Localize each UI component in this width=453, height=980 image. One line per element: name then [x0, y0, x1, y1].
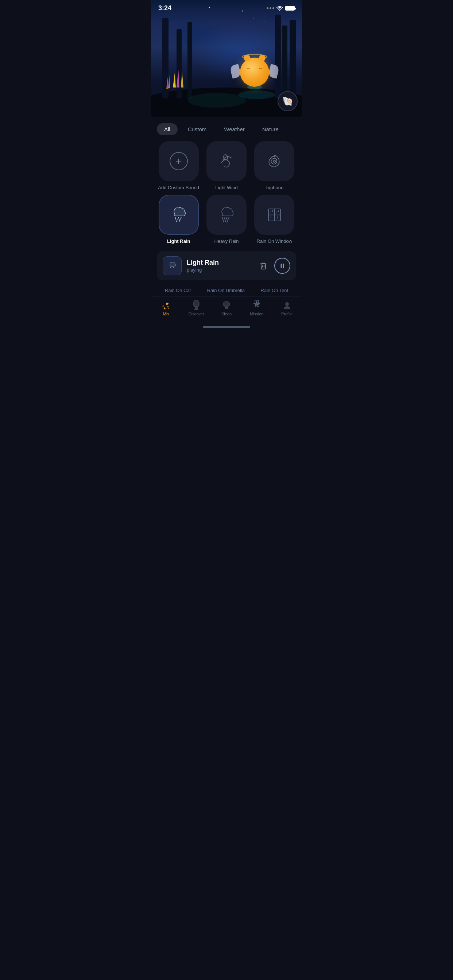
nav-item-mix[interactable]: ♪ ★ ★ ♫ Mix: [155, 300, 177, 316]
typhoon-icon: [254, 141, 294, 181]
svg-point-7: [187, 93, 246, 108]
discover-label: Discover: [188, 312, 204, 316]
wifi-icon: [276, 6, 283, 11]
tab-nature[interactable]: Nature: [255, 123, 286, 135]
add-custom-label: Add Custom Sound: [158, 185, 199, 190]
battery-icon: [285, 6, 295, 11]
bear-character: [240, 54, 269, 89]
sound-rain-on-window[interactable]: Rain On Window: [253, 195, 296, 244]
more-sounds-row: Rain On Car Rain On Umbrella Rain On Ten…: [157, 286, 296, 296]
svg-point-23: [274, 160, 276, 162]
svg-rect-56: [195, 307, 198, 309]
sound-typhoon[interactable]: Typhoon: [253, 141, 296, 190]
profile-nav-label: Profile: [281, 312, 292, 316]
svg-rect-5: [282, 25, 287, 99]
profile-button[interactable]: [278, 91, 298, 111]
pause-button[interactable]: [274, 258, 290, 274]
status-icons: [266, 6, 295, 11]
mission-icon: [252, 300, 262, 310]
svg-rect-4: [275, 14, 281, 99]
svg-line-26: [180, 217, 181, 219]
now-playing-status: playing: [187, 267, 252, 273]
svg-point-55: [194, 301, 199, 306]
svg-line-43: [271, 216, 271, 218]
svg-line-41: [277, 211, 277, 213]
status-time: 3:24: [158, 5, 171, 12]
svg-rect-3: [187, 22, 192, 99]
tab-all[interactable]: All: [157, 123, 178, 135]
now-playing-bar: Light Rain playing: [157, 251, 296, 280]
svg-marker-8: [173, 73, 176, 88]
svg-line-30: [224, 217, 225, 219]
delete-button[interactable]: [257, 259, 270, 272]
nav-item-sleep[interactable]: Sleep: [215, 300, 238, 316]
svg-point-16: [264, 22, 265, 22]
svg-line-45: [170, 267, 171, 268]
svg-line-24: [175, 217, 176, 219]
svg-line-28: [179, 220, 180, 222]
bottom-nav: ♪ ★ ★ ♫ Mix Discover Sl: [151, 296, 302, 325]
rain-on-window-icon: [254, 195, 294, 235]
svg-line-35: [227, 220, 228, 222]
light-rain-label: Light Rain: [167, 239, 190, 244]
now-playing-title: Light Rain: [187, 259, 252, 267]
heavy-rain-label: Heavy Rain: [214, 239, 239, 244]
hero-section: [151, 0, 302, 117]
svg-point-14: [253, 18, 254, 19]
sound-add-custom[interactable]: + Add Custom Sound: [157, 141, 200, 190]
svg-line-47: [173, 267, 174, 268]
main-content: All Custom Weather Nature + Add Custom S…: [151, 117, 302, 296]
now-playing-actions: [257, 258, 290, 274]
svg-text:♫: ♫: [166, 305, 169, 310]
svg-rect-49: [283, 264, 284, 268]
tab-weather[interactable]: Weather: [217, 123, 252, 135]
category-tabs: All Custom Weather Nature: [157, 117, 296, 141]
sound-grid-row2: Light Rain Heavy Rain: [157, 195, 296, 248]
home-indicator: [203, 326, 250, 328]
svg-line-46: [172, 267, 172, 268]
svg-point-63: [285, 302, 289, 306]
svg-point-59: [223, 302, 230, 306]
svg-line-33: [223, 220, 224, 222]
mission-label: Mission: [250, 312, 263, 316]
rain-on-window-label: Rain On Window: [257, 239, 292, 244]
typhoon-label: Typhoon: [265, 185, 283, 190]
rain-on-umbrella-label: Rain On Umbrella: [207, 288, 245, 293]
signal-dots-icon: [266, 7, 274, 9]
sleep-label: Sleep: [222, 312, 231, 316]
discover-icon: [191, 300, 201, 310]
svg-rect-57: [194, 309, 198, 310]
profile-nav-icon: [282, 300, 292, 310]
light-rain-icon: [159, 195, 199, 235]
nav-item-discover[interactable]: Discover: [185, 300, 207, 316]
svg-line-44: [278, 216, 278, 218]
mix-icon: ♪ ★ ★ ♫: [161, 300, 171, 310]
status-bar: 3:24: [151, 0, 302, 14]
sound-light-wind[interactable]: Light Wind: [205, 141, 248, 190]
heavy-rain-icon: [206, 195, 247, 235]
svg-rect-48: [281, 264, 282, 268]
tab-custom[interactable]: Custom: [180, 123, 214, 135]
sound-light-rain[interactable]: Light Rain: [157, 195, 200, 244]
svg-line-27: [177, 220, 177, 222]
now-playing-icon: [163, 256, 182, 275]
svg-line-40: [273, 210, 273, 212]
mix-label: Mix: [163, 312, 169, 316]
nav-item-mission[interactable]: Mission: [246, 300, 268, 316]
svg-line-29: [222, 217, 223, 219]
sound-heavy-rain[interactable]: Heavy Rain: [205, 195, 248, 244]
nav-item-profile[interactable]: Profile: [276, 300, 298, 316]
svg-line-39: [271, 210, 271, 212]
svg-line-31: [226, 217, 227, 219]
rain-on-tent-label: Rain On Tent: [261, 288, 289, 293]
light-wind-label: Light Wind: [215, 185, 238, 190]
now-playing-info: Light Rain playing: [187, 259, 252, 273]
svg-line-32: [228, 217, 230, 219]
sleep-icon: [222, 300, 231, 310]
svg-line-25: [178, 217, 179, 219]
svg-line-42: [278, 210, 279, 212]
add-custom-icon: +: [159, 141, 199, 181]
svg-point-21: [239, 91, 275, 99]
light-wind-icon: [206, 141, 247, 181]
rain-on-car-label: Rain On Car: [165, 288, 191, 293]
